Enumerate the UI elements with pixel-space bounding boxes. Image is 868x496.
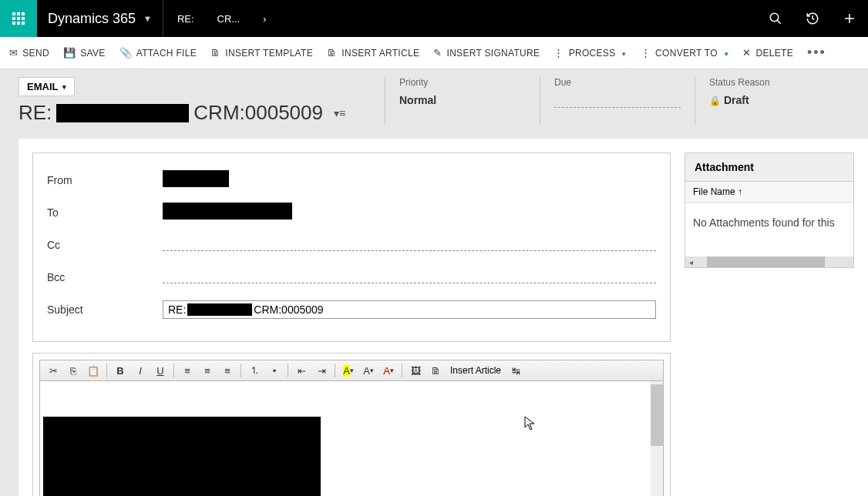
save-button[interactable]: 💾SAVE: [63, 47, 106, 59]
due-value-empty[interactable]: [554, 94, 681, 108]
font-color-button[interactable]: A▾: [380, 363, 397, 378]
template-label: INSERT TEMPLATE: [225, 48, 313, 59]
insert-template-button[interactable]: 🗎INSERT TEMPLATE: [210, 47, 313, 59]
svg-point-0: [770, 13, 779, 22]
underline-button[interactable]: U: [152, 363, 169, 378]
paste-button[interactable]: 📋: [85, 363, 102, 378]
signature-label: INSERT SIGNATURE: [447, 48, 540, 59]
attach-label: ATTACH FILE: [136, 48, 197, 59]
priority-field: Priority Normal: [385, 77, 540, 125]
redacted-title-part: [56, 104, 189, 122]
bcc-value[interactable]: [163, 271, 656, 283]
global-nav-bar: Dynamics 365 ▼ RE: CR... ›: [0, 0, 868, 37]
app-launcher-button[interactable]: [0, 0, 37, 37]
editor-toolbar: ✂ ⎘ 📋 B I U ≡ ≡ ≡ ⒈ • ⇤ ⇥ A▾ A▾ A▾: [39, 360, 664, 381]
convert-icon: ⋮: [641, 47, 651, 59]
record-title: RE: CRM:0005009 ▾≡: [19, 101, 369, 125]
insert-image-button[interactable]: 🖼: [407, 363, 424, 378]
send-button[interactable]: ✉SEND: [9, 47, 49, 59]
priority-value[interactable]: Normal: [399, 94, 526, 106]
redacted-body-content: [43, 417, 321, 496]
status-label: Status Reason: [709, 77, 836, 88]
status-field: Status Reason 🔒Draft: [695, 77, 849, 125]
breadcrumb-prefix: RE:: [177, 13, 194, 25]
text-direction-button[interactable]: ↹: [507, 363, 524, 378]
entity-selector[interactable]: EMAIL: [19, 77, 75, 96]
bcc-label: Bcc: [47, 271, 163, 283]
article-label: INSERT ARTICLE: [341, 48, 419, 59]
delete-icon: ✕: [742, 47, 751, 59]
delete-button[interactable]: ✕DELETE: [742, 47, 793, 59]
align-center-button[interactable]: ≡: [199, 363, 216, 378]
align-left-button[interactable]: ≡: [179, 363, 196, 378]
status-value: Draft: [724, 94, 749, 106]
command-bar: ✉SEND 💾SAVE 📎ATTACH FILE 🗎INSERT TEMPLAT…: [0, 37, 868, 69]
insert-doc-button[interactable]: 🗎: [427, 363, 444, 378]
from-label: From: [47, 174, 163, 186]
due-label: Due: [554, 77, 681, 88]
email-form: From To Cc Bcc Subject RE:: [32, 152, 671, 342]
subject-label: Subject: [47, 303, 163, 316]
convert-label: CONVERT TO: [655, 48, 718, 59]
content-area: From To Cc Bcc Subject RE:: [19, 139, 868, 496]
bold-button[interactable]: B: [112, 363, 129, 378]
search-button[interactable]: [757, 0, 794, 37]
save-icon: 💾: [63, 47, 76, 59]
subject-suffix: CRM:0005009: [254, 303, 323, 316]
editor-scrollbar[interactable]: [651, 381, 663, 496]
cc-label: Cc: [47, 239, 163, 251]
font-size-button[interactable]: A▾: [360, 363, 377, 378]
cc-value[interactable]: [163, 239, 656, 251]
signature-icon: ✎: [433, 47, 442, 59]
breadcrumb[interactable]: RE: CR... ›: [163, 0, 281, 37]
outdent-button[interactable]: ⇤: [293, 363, 310, 378]
italic-button[interactable]: I: [132, 363, 149, 378]
scroll-left-icon: ◂: [685, 258, 696, 266]
align-right-button[interactable]: ≡: [219, 363, 236, 378]
svg-line-1: [777, 20, 781, 24]
new-record-button[interactable]: [831, 0, 868, 37]
paperclip-icon: 📎: [119, 47, 132, 59]
insert-article-button[interactable]: 🗎INSERT ARTICLE: [327, 47, 419, 59]
to-value[interactable]: [163, 203, 656, 223]
copy-button[interactable]: ⎘: [65, 363, 82, 378]
delete-label: DELETE: [756, 48, 793, 59]
entity-label: EMAIL: [27, 81, 58, 92]
chevron-down-icon: ▼: [143, 14, 152, 23]
attachment-empty-text: No Attachments found for this: [685, 203, 853, 256]
chevron-right-icon: ›: [263, 13, 266, 25]
attach-file-button[interactable]: 📎ATTACH FILE: [119, 47, 197, 59]
from-value[interactable]: [163, 170, 656, 190]
lock-icon: 🔒: [709, 96, 721, 106]
more-commands-button[interactable]: •••: [807, 45, 826, 61]
priority-label: Priority: [399, 77, 526, 88]
process-icon: ⋮: [553, 47, 564, 59]
to-label: To: [47, 206, 163, 219]
editor-body[interactable]: [39, 381, 664, 496]
bullet-list-button[interactable]: •: [266, 363, 283, 378]
breadcrumb-suffix: CR...: [217, 13, 241, 25]
recent-button[interactable]: [794, 0, 831, 37]
brand-title[interactable]: Dynamics 365 ▼: [37, 11, 163, 27]
redacted-from: [163, 170, 229, 187]
attachment-title: Attachment: [685, 153, 853, 182]
process-button[interactable]: ⋮PROCESS: [553, 47, 626, 59]
history-icon: [806, 12, 819, 25]
convert-to-button[interactable]: ⋮CONVERT TO: [641, 47, 728, 59]
status-value-wrap: 🔒Draft: [709, 94, 836, 106]
list-view-icon[interactable]: ▾≡: [334, 107, 345, 119]
subject-input[interactable]: RE: CRM:0005009: [163, 300, 656, 319]
indent-button[interactable]: ⇥: [313, 363, 330, 378]
article-icon: 🗎: [327, 47, 337, 59]
attachment-h-scrollbar[interactable]: ◂: [685, 256, 853, 267]
insert-signature-button[interactable]: ✎INSERT SIGNATURE: [433, 47, 540, 59]
filename-column: File Name ↑: [693, 186, 742, 197]
numbered-list-button[interactable]: ⒈: [246, 363, 263, 378]
template-icon: 🗎: [210, 47, 220, 59]
insert-article-editor-button[interactable]: Insert Article: [447, 365, 504, 376]
title-suffix: CRM:0005009: [193, 101, 323, 125]
attachment-column-header[interactable]: File Name ↑: [685, 182, 853, 203]
cut-button[interactable]: ✂: [45, 363, 62, 378]
title-prefix: RE:: [19, 101, 52, 125]
highlight-button[interactable]: A▾: [340, 363, 357, 378]
